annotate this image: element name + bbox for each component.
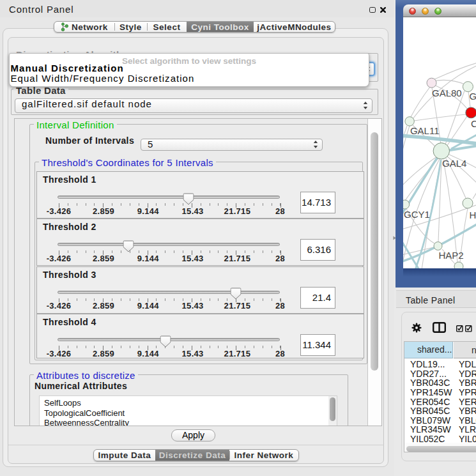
svg-text:CD: CD [471, 118, 476, 129]
svg-text:GCY1: GCY1 [404, 209, 430, 220]
svg-text:GAL11: GAL11 [410, 125, 440, 136]
svg-text:GAL80: GAL80 [432, 88, 462, 98]
svg-text:HAP2: HAP2 [438, 250, 463, 261]
svg-text:HI: HI [470, 210, 476, 220]
svg-text:GAL4: GAL4 [442, 158, 466, 169]
svg-text:GA: GA [470, 91, 476, 102]
